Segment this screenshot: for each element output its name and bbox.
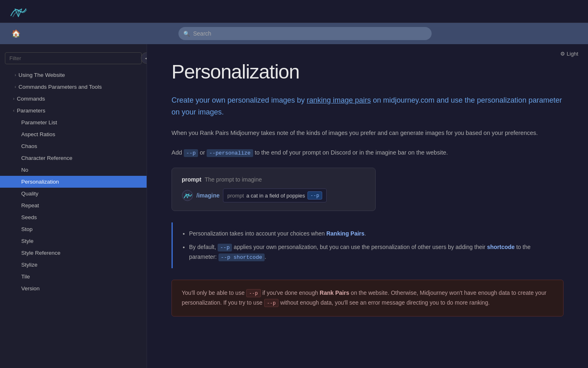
sidebar-item-commands-parameters-tools[interactable]: ‹ Commands Parameters and Tools (0, 81, 147, 93)
top-bar (0, 0, 588, 23)
body-paragraph: When you Rank Pairs Midjourney takes not… (172, 128, 564, 138)
imagine-row: /imagine prompt a cat in a field of popp… (182, 188, 365, 202)
bullet-list: Personalization takes into account your … (181, 229, 555, 262)
sidebar-item-label: Using The Website (18, 72, 65, 78)
intro-paragraph: Create your own personalized images by r… (172, 94, 564, 118)
sidebar-item-label: Parameters (17, 108, 45, 114)
bullet-item-1: Personalization takes into account your … (189, 229, 555, 238)
sidebar-item-using-the-website[interactable]: › Using The Website (0, 69, 147, 81)
intro-text-before: Create your own personalized images by (172, 96, 307, 104)
light-toggle-label: Light (567, 51, 578, 57)
sidebar: ◀ › Using The Website ‹ Commands Paramet… (0, 44, 147, 368)
gear-icon: ⚙ (560, 51, 565, 57)
info-box: Personalization takes into account your … (172, 222, 564, 268)
sidebar-item-commands[interactable]: › Commands (0, 93, 147, 105)
warning-box: You'll only be able to use --p if you've… (172, 280, 564, 316)
param2-code: --personalize (207, 149, 253, 157)
imagine-input-box: prompt a cat in a field of poppies --p (223, 188, 327, 202)
prompt-label: prompt (182, 176, 201, 183)
sidebar-item-label: Commands Parameters and Tools (18, 84, 102, 90)
sidebar-nav: › Using The Website ‹ Commands Parameter… (0, 69, 147, 294)
sidebar-item-parameters[interactable]: ‹ Parameters (0, 105, 147, 117)
sidebar-item-label: Parameter List (21, 119, 57, 126)
nav-bar: 🏠 🔍 (0, 23, 588, 44)
warning-text-1: You'll only be able to use (182, 289, 246, 296)
sidebar-item-no[interactable]: No (0, 164, 147, 176)
sidebar-item-version[interactable]: Version (0, 283, 147, 294)
sidebar-item-tile[interactable]: Tile (0, 271, 147, 283)
ranking-pairs-link[interactable]: ranking image pairs (307, 96, 371, 104)
sidebar-item-personalization[interactable]: Personalization (0, 176, 147, 188)
sidebar-item-stylize[interactable]: Stylize (0, 259, 147, 271)
midjourney-logo (8, 3, 29, 20)
imagine-prompt-word: prompt (227, 193, 244, 199)
sidebar-item-label: Stylize (21, 262, 38, 268)
sidebar-item-character-reference[interactable]: Character Reference (0, 152, 147, 164)
sidebar-item-label: No (21, 167, 28, 173)
chevron-icon: ‹ (15, 85, 16, 89)
sidebar-item-label: Aspect Ratios (21, 131, 55, 137)
param1-code: --p (184, 149, 198, 157)
chevron-icon: › (15, 73, 16, 77)
sidebar-item-parameter-list[interactable]: Parameter List (0, 117, 147, 128)
content-area: ⚙ Light Personalization Create your own … (147, 44, 588, 368)
sidebar-item-label: Personalization (21, 179, 59, 185)
midjourney-mini-logo (182, 190, 193, 201)
sidebar-item-label: Tile (21, 274, 30, 280)
search-input[interactable] (178, 27, 432, 40)
prompt-row: prompt The prompt to imagine (182, 176, 365, 183)
shortcode-link[interactable]: shortcode (487, 244, 515, 250)
chevron-icon: › (13, 96, 14, 101)
page-title: Personalization (172, 61, 564, 83)
sidebar-item-quality[interactable]: Quality (0, 188, 147, 200)
sidebar-item-style-reference[interactable]: Style Reference (0, 247, 147, 259)
sidebar-item-label: Commands (17, 96, 45, 102)
imagine-param: --p (307, 191, 322, 200)
bullet-item-2: By default, --p applies your own persona… (189, 242, 555, 262)
sidebar-item-style[interactable]: Style (0, 235, 147, 247)
home-button[interactable]: 🏠 (8, 27, 24, 40)
slash-command: /imagine (196, 192, 220, 199)
sidebar-item-label: Version (21, 285, 40, 292)
rank-pairs-link[interactable]: Rank Pairs (320, 289, 349, 296)
filter-wrap (0, 49, 147, 69)
sidebar-item-repeat[interactable]: Repeat (0, 200, 147, 211)
sidebar-item-label: Character Reference (21, 155, 72, 161)
warn-code-1: --p (246, 289, 261, 297)
p-shortcode-code: --p shortcode (218, 254, 265, 261)
sidebar-item-label: Repeat (21, 202, 39, 209)
warn-code-2: --p (264, 299, 279, 307)
main-layout: ◀ › Using The Website ‹ Commands Paramet… (0, 44, 588, 368)
sidebar-item-label: Quality (21, 191, 38, 197)
light-mode-toggle[interactable]: ⚙ Light (560, 51, 578, 57)
sidebar-item-label: Chaos (21, 143, 37, 149)
warning-text-2: if you've done enough (261, 289, 320, 296)
imagine-image-text: a cat in a field of poppies (246, 193, 305, 199)
add-to-prompt-text: Add --p or --personalize to the end of y… (172, 148, 564, 158)
sidebar-item-aspect-ratios[interactable]: Aspect Ratios (0, 128, 147, 140)
prompt-box: prompt The prompt to imagine /imagine pr… (172, 168, 376, 211)
search-icon: 🔍 (183, 31, 190, 37)
sidebar-item-label: Style Reference (21, 250, 60, 256)
sidebar-item-label: Style (21, 238, 33, 244)
sidebar-item-label: Seeds (21, 214, 37, 220)
sidebar-item-label: Stop (21, 226, 33, 232)
p-code-bullet: --p (218, 244, 232, 251)
sidebar-item-stop[interactable]: Stop (0, 223, 147, 235)
filter-input[interactable] (5, 52, 142, 64)
sidebar-item-chaos[interactable]: Chaos (0, 140, 147, 152)
sidebar-item-seeds[interactable]: Seeds (0, 211, 147, 223)
chevron-icon: ‹ (13, 108, 14, 113)
search-bar-container: 🔍 (178, 27, 432, 40)
warning-text-4: without enough data, you'll see an error… (278, 299, 490, 306)
prompt-description: The prompt to imagine (205, 176, 262, 183)
ranking-pairs-link-2[interactable]: Ranking Pairs (326, 230, 364, 237)
